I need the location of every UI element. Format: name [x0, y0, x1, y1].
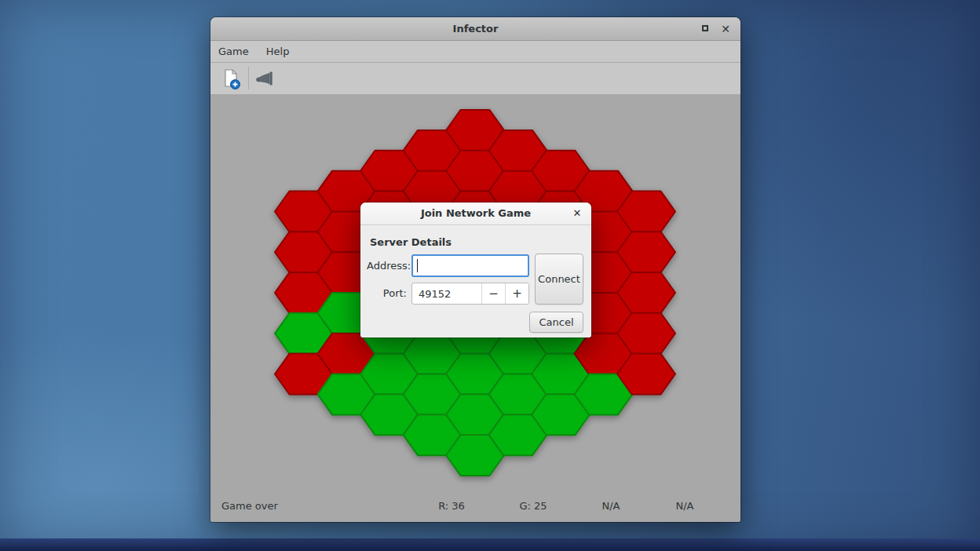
new-game-button[interactable] [220, 68, 242, 89]
join-network-game-dialog: Join Network Game ✕ Server Details Addre… [360, 203, 591, 338]
red-score: R: 36 [438, 498, 465, 515]
dialog-titlebar[interactable]: Join Network Game ✕ [360, 203, 591, 225]
port-label: Port: [367, 283, 407, 305]
close-icon: ✕ [721, 23, 730, 35]
port-decrement-button[interactable]: − [481, 283, 505, 304]
cancel-button[interactable]: Cancel [529, 312, 583, 333]
address-label: Address: [367, 254, 407, 277]
desktop-wallpaper: Infector ✕ Game Help [0, 0, 980, 551]
port-increment-button[interactable]: + [505, 283, 528, 304]
join-network-game-button[interactable] [254, 68, 276, 89]
connect-button[interactable]: Connect [535, 254, 583, 305]
green-score: G: 25 [519, 498, 547, 515]
status-stat3: N/A [602, 498, 620, 515]
maximize-button[interactable] [697, 20, 714, 38]
window-titlebar[interactable]: Infector ✕ [210, 17, 740, 41]
maximize-icon [702, 25, 708, 31]
status-stat4: N/A [676, 498, 694, 515]
server-details-heading: Server Details [370, 236, 452, 248]
port-spinbox: − + [411, 283, 529, 305]
window-title: Infector [453, 23, 499, 35]
port-input[interactable] [412, 283, 481, 304]
menu-help[interactable]: Help [259, 41, 297, 62]
taskbar [0, 538, 980, 551]
status-message: Game over [221, 498, 278, 515]
menu-game[interactable]: Game [211, 41, 256, 62]
join-network-game-icon [254, 68, 276, 89]
text-cursor [417, 259, 418, 272]
dialog-close-icon: ✕ [573, 207, 582, 219]
dialog-close-button[interactable]: ✕ [569, 203, 585, 224]
toolbar [210, 63, 740, 94]
dialog-title: Join Network Game [421, 207, 531, 219]
close-button[interactable]: ✕ [717, 20, 734, 38]
address-input[interactable] [411, 254, 529, 277]
statusbar: Game over R: 36 G: 25 N/A N/A [210, 498, 740, 515]
toolbar-separator [248, 67, 249, 89]
menubar: Game Help [210, 41, 740, 63]
new-game-icon [220, 68, 242, 89]
